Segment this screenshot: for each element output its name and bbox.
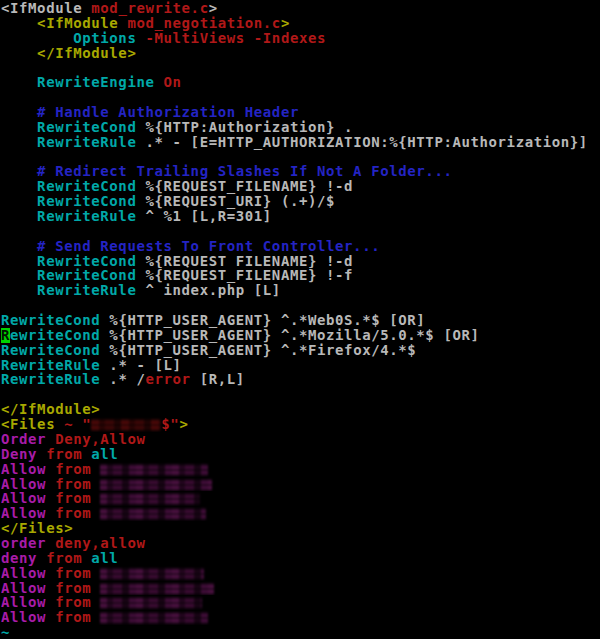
code-line: RewriteRule .* /error [R,L]: [1, 372, 600, 387]
code-line: RewriteRule ^ %1 [L,R=301]: [1, 209, 600, 224]
code-token: <Files: [1, 417, 55, 432]
redacted-text: [100, 508, 206, 520]
code-token: RewriteRule: [1, 283, 136, 298]
code-token: ~: [1, 625, 10, 639]
code-line: RewriteCond %{HTTP_USER_AGENT} ^.*Mozill…: [1, 328, 600, 343]
code-token: Allow: [1, 506, 46, 521]
code-token: </IfModule>: [1, 402, 100, 417]
code-line: Allow from: [1, 491, 600, 506]
code-token: >: [209, 1, 218, 16]
code-line: Allow from: [1, 581, 600, 596]
code-line: RewriteRule .* - [E=HTTP_AUTHORIZATION:%…: [1, 135, 600, 150]
code-token: from: [46, 506, 100, 521]
code-line: RewriteCond %{HTTP_USER_AGENT} ^.*Web0S.…: [1, 313, 600, 328]
code-line: RewriteRule .* - [L]: [1, 358, 600, 373]
redacted-text: [91, 419, 161, 431]
code-token: -MultiViews -Indexes: [136, 31, 326, 46]
code-token: ^ %1 [L,R=301]: [136, 209, 271, 224]
redacted-text: [100, 583, 214, 595]
code-token: $": [161, 417, 179, 432]
code-line: Allow from: [1, 566, 600, 581]
code-line: <Files ~ "$">: [1, 417, 600, 432]
code-token: %{HTTP_USER_AGENT} ^.*Firefox/4.*$: [100, 343, 416, 358]
cursor-block: R: [1, 328, 10, 343]
code-token: all: [91, 551, 118, 566]
code-token: from: [37, 551, 91, 566]
code-line: RewriteCond %{HTTP_USER_AGENT} ^.*Firefo…: [1, 343, 600, 358]
code-line: RewriteEngine On: [1, 75, 600, 90]
code-token: Allow: [1, 491, 46, 506]
code-token: %{REQUEST_FILENAME} !-d: [136, 254, 353, 269]
code-line: RewriteRule ^ index.php [L]: [1, 283, 600, 298]
redacted-text: [100, 597, 202, 609]
code-token: from: [46, 595, 100, 610]
code-token: RewriteCond: [1, 343, 100, 358]
code-line: RewriteCond %{REQUEST_FILENAME} !-d: [1, 254, 600, 269]
code-token: RewriteCond: [1, 254, 136, 269]
redacted-text: [100, 479, 212, 491]
code-token: <IfModule: [1, 16, 127, 31]
code-line: Options -MultiViews -Indexes: [1, 31, 600, 46]
code-token: RewriteCond: [1, 268, 136, 283]
redacted-text: [100, 464, 208, 476]
code-token: %{REQUEST_URI} (.+)/$: [136, 194, 335, 209]
code-token: ^ index.php [L]: [136, 283, 280, 298]
code-token: Allow: [1, 477, 46, 492]
code-token: mod_rewrite.c: [91, 1, 208, 16]
code-token: RewriteRule: [1, 372, 100, 387]
code-line: RewriteCond %{HTTP:Authorization} .: [1, 120, 600, 135]
code-token: On: [155, 75, 182, 90]
code-line: RewriteCond %{REQUEST_FILENAME} !-d: [1, 179, 600, 194]
code-line: order deny,allow: [1, 536, 600, 551]
code-token: </IfModule>: [1, 46, 136, 61]
code-token: RewriteCond: [1, 120, 136, 135]
redacted-text: [100, 612, 208, 624]
code-token: %{REQUEST_FILENAME} !-d: [136, 179, 353, 194]
code-token: Deny,Allow: [46, 432, 145, 447]
code-token: all: [91, 447, 118, 462]
code-line: Allow from: [1, 610, 600, 625]
code-token: Allow: [1, 595, 46, 610]
code-token: >: [179, 417, 188, 432]
code-line: </Files>: [1, 521, 600, 536]
code-token: .* /: [100, 372, 145, 387]
code-token: ewriteCond: [10, 328, 100, 343]
code-line: # Handle Authorization Header: [1, 105, 600, 120]
code-line: Allow from: [1, 595, 600, 610]
redacted-text: [100, 493, 200, 505]
code-token: from: [46, 491, 100, 506]
code-token: # Redirect Trailing Slashes If Not A Fol…: [1, 164, 452, 179]
code-token: mod_negotiation.c: [127, 16, 281, 31]
code-token: Deny: [1, 447, 37, 462]
code-line: </IfModule>: [1, 402, 600, 417]
terminal-screen[interactable]: <IfModule mod_rewrite.c> <IfModule mod_n…: [0, 0, 600, 639]
code-token: RewriteCond: [1, 313, 100, 328]
code-line: [1, 60, 600, 75]
code-line: deny from all: [1, 551, 600, 566]
code-line: RewriteCond %{REQUEST_FILENAME} !-f: [1, 268, 600, 283]
code-token: error: [145, 372, 190, 387]
code-line: </IfModule>: [1, 46, 600, 61]
code-token: <IfModule: [1, 1, 91, 16]
code-line: Allow from: [1, 477, 600, 492]
code-token: from: [46, 610, 100, 625]
code-token: # Handle Authorization Header: [1, 105, 299, 120]
code-token: Allow: [1, 581, 46, 596]
code-token: %{REQUEST_FILENAME} !-f: [136, 268, 353, 283]
code-token: %{HTTP_USER_AGENT} ^.*Mozilla/5.0.*$ [OR…: [100, 328, 479, 343]
code-token: </Files>: [1, 521, 73, 536]
code-token: from: [46, 462, 100, 477]
code-token: Order: [1, 432, 46, 447]
redacted-text: [100, 568, 204, 580]
code-token: Allow: [1, 566, 46, 581]
code-line: Deny from all: [1, 447, 600, 462]
code-token: RewriteRule: [1, 135, 136, 150]
code-line: [1, 150, 600, 165]
code-line: <IfModule mod_negotiation.c>: [1, 16, 600, 31]
code-token: ~ ": [55, 417, 91, 432]
code-token: deny,allow: [46, 536, 145, 551]
code-token: %{HTTP_USER_AGENT} ^.*Web0S.*$ [OR]: [100, 313, 425, 328]
code-token: RewriteEngine: [1, 75, 155, 90]
code-token: .* - [L]: [100, 358, 181, 373]
code-line: [1, 224, 600, 239]
